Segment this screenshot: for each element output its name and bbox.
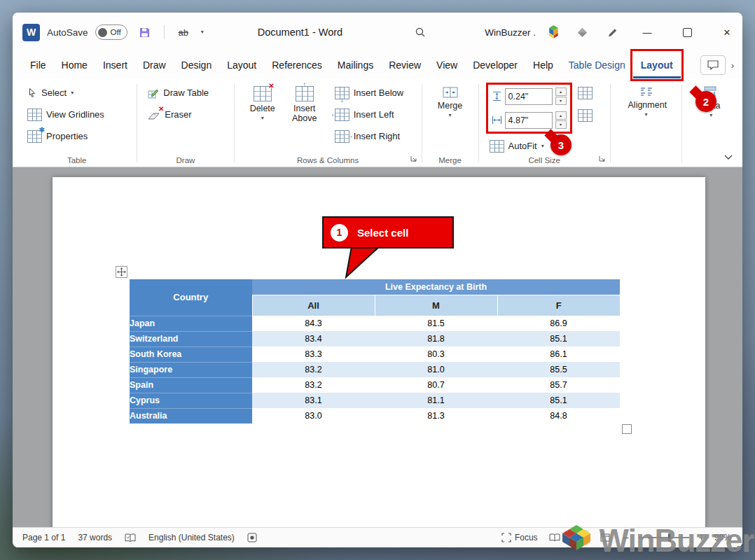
- insert-below-button[interactable]: ↓ Insert Below: [331, 84, 408, 102]
- table-header-country[interactable]: Country: [130, 279, 252, 316]
- cell-value[interactable]: 83.1: [252, 393, 375, 408]
- tab-help[interactable]: Help: [525, 52, 561, 78]
- print-layout-button[interactable]: [572, 530, 588, 545]
- row-height-input[interactable]: [505, 88, 553, 105]
- cell-value[interactable]: 84.8: [497, 408, 620, 424]
- tab-references[interactable]: References: [264, 52, 330, 78]
- distribute-columns-icon[interactable]: [578, 109, 593, 122]
- alignment-button[interactable]: Alignment ▾: [618, 83, 675, 118]
- zoom-slider-thumb[interactable]: [668, 533, 671, 542]
- cell-value[interactable]: 85.7: [497, 377, 620, 393]
- tab-file[interactable]: File: [22, 52, 54, 78]
- delete-button[interactable]: ✕ Delete ▾: [242, 83, 284, 121]
- table-subheader-f[interactable]: F: [497, 295, 620, 316]
- properties-button[interactable]: ✻ Properties: [24, 127, 130, 145]
- cell-value[interactable]: 83.2: [252, 377, 375, 393]
- distribute-rows-icon[interactable]: [578, 87, 593, 99]
- column-width-input[interactable]: [505, 112, 553, 129]
- row-country[interactable]: Australia: [130, 408, 252, 424]
- view-gridlines-button[interactable]: View Gridlines: [24, 106, 130, 123]
- eraser-button[interactable]: ✕ Eraser: [144, 106, 226, 123]
- draw-table-button[interactable]: Draw Table: [144, 84, 226, 102]
- zoom-slider[interactable]: [639, 537, 689, 538]
- zoom-in-button[interactable]: +: [698, 532, 706, 543]
- account-name[interactable]: WinBuzzer .: [485, 27, 536, 38]
- minimize-button[interactable]: —: [632, 18, 663, 46]
- maximize-button[interactable]: [672, 18, 702, 46]
- table-resize-handle[interactable]: [622, 424, 632, 434]
- cell-value[interactable]: 83.3: [252, 346, 375, 362]
- tab-developer[interactable]: Developer: [465, 52, 525, 78]
- tab-review[interactable]: Review: [381, 52, 429, 78]
- table-move-handle[interactable]: [116, 266, 127, 278]
- cell-value[interactable]: 80.7: [375, 377, 497, 393]
- tab-mailings[interactable]: Mailings: [330, 52, 381, 78]
- proofing-button[interactable]: [125, 533, 136, 542]
- tab-table-layout[interactable]: Layout: [633, 52, 681, 78]
- table-subheader-all[interactable]: All: [252, 295, 375, 316]
- editor-button[interactable]: [572, 22, 593, 43]
- cell-value[interactable]: 85.5: [497, 362, 620, 377]
- select-button[interactable]: Select ▾: [24, 84, 130, 102]
- cell-value[interactable]: 81.3: [375, 408, 497, 424]
- avatar[interactable]: [545, 24, 562, 41]
- merge-button[interactable]: Merge ▾: [429, 83, 471, 118]
- tab-table-design[interactable]: Table Design: [561, 52, 633, 78]
- row-country[interactable]: Japan: [130, 316, 252, 331]
- word-count[interactable]: 37 words: [78, 533, 112, 542]
- collapse-ribbon-button[interactable]: [724, 150, 733, 162]
- tab-design[interactable]: Design: [174, 52, 220, 78]
- read-mode-button[interactable]: [546, 530, 563, 545]
- cell-value[interactable]: 84.3: [252, 316, 375, 331]
- page-indicator[interactable]: Page 1 of 1: [22, 533, 65, 542]
- tab-draw[interactable]: Draw: [135, 52, 174, 78]
- rows-columns-dialog-launcher-icon[interactable]: [410, 152, 417, 164]
- zoom-out-button[interactable]: −: [622, 532, 630, 543]
- tab-home[interactable]: Home: [54, 52, 95, 78]
- cell-size-dialog-launcher-icon[interactable]: [599, 152, 605, 164]
- autosave-toggle[interactable]: Off: [95, 24, 127, 40]
- row-country[interactable]: Spain: [130, 377, 252, 393]
- tab-layout[interactable]: Layout: [219, 52, 264, 78]
- cell-value[interactable]: 86.1: [497, 346, 620, 362]
- cell-value[interactable]: 83.0: [252, 408, 375, 424]
- row-height-down-button[interactable]: ▾: [555, 97, 567, 105]
- cell-value[interactable]: 80.3: [375, 346, 497, 362]
- tab-view[interactable]: View: [429, 52, 465, 78]
- column-width-up-button[interactable]: ▴: [555, 111, 567, 120]
- save-button[interactable]: [134, 22, 155, 43]
- cell-value[interactable]: 85.1: [497, 331, 620, 346]
- search-button[interactable]: [410, 22, 431, 43]
- insert-above-button[interactable]: ↑ Insert Above: [284, 83, 326, 124]
- life-expectancy-table[interactable]: Country Live Expectancy at Birth All M F…: [130, 279, 620, 424]
- cell-value[interactable]: 81.1: [375, 393, 497, 408]
- row-height-up-button[interactable]: ▴: [555, 88, 567, 96]
- word-app-icon[interactable]: W: [22, 24, 40, 41]
- row-country[interactable]: South Korea: [130, 346, 252, 362]
- row-country[interactable]: Switzerland: [130, 331, 252, 346]
- cell-value[interactable]: 83.2: [252, 362, 375, 377]
- cell-value[interactable]: 85.1: [497, 393, 620, 408]
- strikethrough-qat-button[interactable]: ab: [173, 22, 194, 43]
- close-button[interactable]: ✕: [712, 18, 742, 46]
- web-layout-button[interactable]: [597, 530, 614, 545]
- insert-left-button[interactable]: ← Insert Left: [331, 106, 408, 123]
- language-indicator[interactable]: English (United States): [148, 533, 235, 542]
- macro-record-button[interactable]: [247, 533, 257, 542]
- row-country[interactable]: Singapore: [130, 362, 252, 377]
- zoom-level[interactable]: 90%: [714, 533, 731, 542]
- row-country[interactable]: Cyprus: [130, 393, 252, 408]
- ink-button[interactable]: [602, 22, 623, 43]
- cell-value[interactable]: 83.4: [252, 331, 375, 346]
- column-width-down-button[interactable]: ▾: [555, 120, 567, 129]
- tab-insert[interactable]: Insert: [95, 52, 135, 78]
- cell-value[interactable]: 81.0: [375, 362, 497, 377]
- focus-mode-button[interactable]: Focus: [501, 533, 538, 542]
- insert-right-button[interactable]: → Insert Right: [331, 127, 408, 145]
- cell-value[interactable]: 86.9: [497, 316, 620, 331]
- comments-button[interactable]: [700, 55, 726, 75]
- table-header-merged[interactable]: Live Expectancy at Birth: [252, 279, 620, 295]
- cell-value[interactable]: 81.8: [375, 331, 497, 346]
- table-subheader-m[interactable]: M: [375, 295, 497, 316]
- cell-value[interactable]: 81.5: [375, 316, 497, 331]
